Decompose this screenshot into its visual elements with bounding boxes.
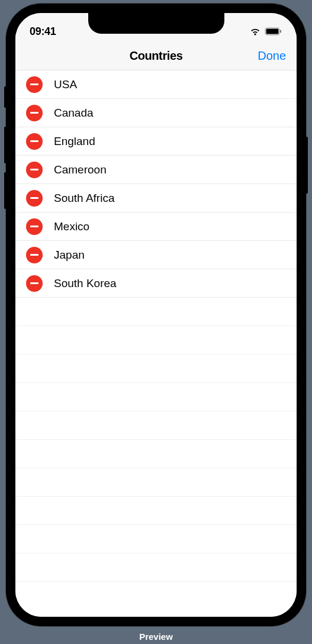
status-time: 09:41 xyxy=(30,25,56,38)
volume-up xyxy=(4,127,7,163)
list-item[interactable]: South Korea xyxy=(15,269,297,298)
country-label: Japan xyxy=(54,249,85,262)
country-label: Canada xyxy=(54,107,94,120)
notch xyxy=(88,13,224,34)
list-item-empty xyxy=(15,383,297,411)
volume-down xyxy=(4,172,7,209)
country-label: England xyxy=(54,135,95,148)
done-button[interactable]: Done xyxy=(258,49,286,63)
country-label: South Korea xyxy=(54,277,117,290)
list-item[interactable]: Cameroon xyxy=(15,156,297,184)
preview-label: Preview xyxy=(139,632,173,642)
screen: 09:41 Countries Done xyxy=(15,13,297,617)
device-frame: 09:41 Countries Done xyxy=(6,4,306,626)
list-item[interactable]: Canada xyxy=(15,99,297,127)
battery-icon xyxy=(265,27,282,36)
delete-icon[interactable] xyxy=(26,162,43,178)
power-button xyxy=(305,137,308,194)
country-label: South Africa xyxy=(54,192,114,205)
list-item[interactable]: South Africa xyxy=(15,184,297,212)
list-item-empty xyxy=(15,553,297,582)
list-item-empty xyxy=(15,468,297,497)
delete-icon[interactable] xyxy=(26,105,43,121)
list-item-empty xyxy=(15,440,297,468)
country-label: Cameroon xyxy=(54,163,107,176)
list-item-empty xyxy=(15,411,297,440)
list-item[interactable]: Japan xyxy=(15,241,297,269)
list-item-empty xyxy=(15,497,297,525)
status-icons xyxy=(249,27,282,36)
list-item-empty xyxy=(15,326,297,355)
list-item[interactable]: USA xyxy=(15,70,297,99)
delete-icon[interactable] xyxy=(26,76,43,93)
delete-icon[interactable] xyxy=(26,190,43,207)
mute-switch xyxy=(4,86,7,108)
list-item[interactable]: England xyxy=(15,127,297,156)
countries-list[interactable]: USACanadaEnglandCameroonSouth AfricaMexi… xyxy=(15,70,297,617)
list-item[interactable]: Mexico xyxy=(15,212,297,241)
wifi-icon xyxy=(249,27,261,36)
list-item-empty xyxy=(15,355,297,383)
svg-rect-1 xyxy=(266,29,279,34)
nav-bar: Countries Done xyxy=(15,41,297,70)
delete-icon[interactable] xyxy=(26,275,43,292)
delete-icon[interactable] xyxy=(26,218,43,235)
list-item-empty xyxy=(15,298,297,326)
svg-rect-2 xyxy=(280,30,281,33)
list-item-empty xyxy=(15,525,297,553)
country-label: Mexico xyxy=(54,220,89,233)
country-label: USA xyxy=(54,78,77,91)
delete-icon[interactable] xyxy=(26,133,43,150)
page-title: Countries xyxy=(130,49,183,63)
delete-icon[interactable] xyxy=(26,247,43,263)
